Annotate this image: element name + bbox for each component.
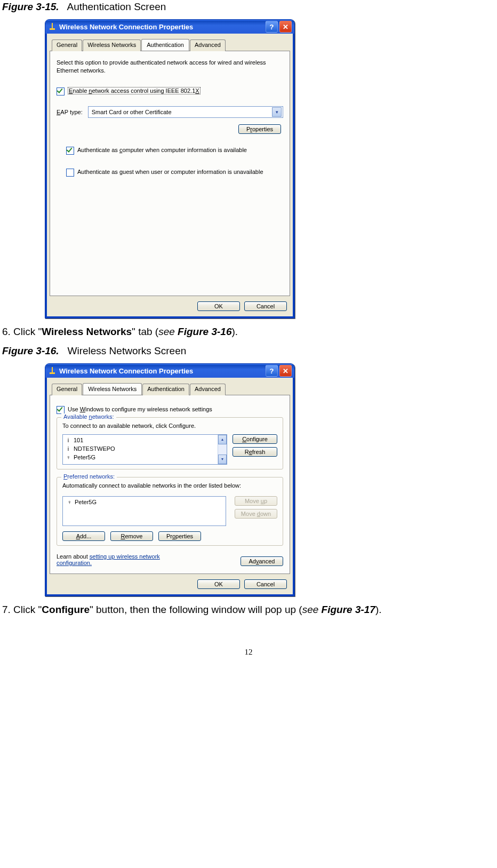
tab-wireless-networks[interactable]: Wireless Networks <box>83 39 141 51</box>
use-windows-label: Use Windows to configure my wireless net… <box>68 406 212 412</box>
close-button[interactable]: ✕ <box>279 365 292 377</box>
scrollbar[interactable]: ▴ ▾ <box>218 435 227 464</box>
tab-wireless-networks[interactable]: Wireless Networks <box>83 383 142 395</box>
available-networks-legend: Available networks: <box>61 413 116 420</box>
auth-as-computer-label: Authenticate as computer when computer i… <box>77 147 247 153</box>
ok-button[interactable]: OK <box>197 301 240 311</box>
eap-type-label: EAP type: <box>57 109 83 115</box>
remove-button[interactable]: Remove <box>110 531 153 541</box>
properties-button[interactable]: Properties <box>238 124 281 134</box>
eap-type-select[interactable]: Smart Card or other Certificate ▾ <box>88 106 283 118</box>
figure-title: Authentication Screen <box>67 1 166 12</box>
window-title: Wireless Network Connection Properties <box>59 23 193 31</box>
chevron-down-icon: ▾ <box>272 107 282 117</box>
auth-dialog-window: Wireless Network Connection Properties ?… <box>45 19 295 318</box>
tab-strip: General Wireless Networks Authentication… <box>52 383 290 395</box>
add-button[interactable]: Add... <box>62 531 105 541</box>
tab-general[interactable]: General <box>52 39 82 51</box>
auth-description: Select this option to provide authentica… <box>57 59 283 75</box>
wireless-icon <box>49 367 56 375</box>
authentication-panel: Select this option to provide authentica… <box>50 51 290 296</box>
help-button[interactable]: ? <box>266 21 278 33</box>
figure-3-16-label: Figure 3-16. Wireless Networks Screen <box>2 345 495 357</box>
tab-advanced[interactable]: Advanced <box>190 384 226 395</box>
wireless-networks-panel: Use Windows to configure my wireless net… <box>50 395 290 574</box>
tab-strip: General Wireless Networks Authentication… <box>52 39 290 51</box>
window-title: Wireless Network Connection Properties <box>59 367 193 375</box>
enable-8021x-checkbox[interactable] <box>57 87 65 95</box>
move-down-button[interactable]: Move down <box>235 509 277 519</box>
close-button[interactable]: ✕ <box>279 21 292 33</box>
wireless-icon <box>49 23 56 30</box>
list-item: ♀Peter5G <box>64 498 99 506</box>
configure-button[interactable]: Configure <box>233 434 277 444</box>
preferred-desc: Automatically connect to available netwo… <box>62 482 277 490</box>
tab-authentication[interactable]: Authentication <box>142 384 189 395</box>
tab-general[interactable]: General <box>52 384 82 395</box>
step-7-text: 7. Click "Configure" button, then the fo… <box>2 604 495 616</box>
use-windows-checkbox[interactable] <box>57 406 65 414</box>
scroll-up-icon[interactable]: ▴ <box>218 435 227 444</box>
svg-rect-3 <box>50 372 55 374</box>
advanced-button[interactable]: Advanced <box>241 556 283 566</box>
auth-as-guest-checkbox[interactable] <box>66 169 74 177</box>
ok-button[interactable]: OK <box>197 579 240 589</box>
preferred-networks-legend: Preferred networks: <box>61 473 117 480</box>
cancel-button[interactable]: Cancel <box>244 579 287 589</box>
figure-number: Figure 3-16. <box>2 345 59 356</box>
preferred-networks-group: Preferred networks: Automatically connec… <box>57 477 283 546</box>
list-item: ♀Peter5G <box>63 453 218 461</box>
svg-rect-2 <box>52 367 53 372</box>
figure-number: Figure 3-15. <box>2 1 59 12</box>
titlebar[interactable]: Wireless Network Connection Properties ?… <box>45 364 294 378</box>
refresh-button[interactable]: Refresh <box>233 447 277 457</box>
antenna-icon: i <box>65 437 71 443</box>
titlebar[interactable]: Wireless Network Connection Properties ?… <box>45 20 294 34</box>
auth-as-guest-label: Authenticate as guest when user or compu… <box>77 169 263 175</box>
figure-title: Wireless Networks Screen <box>68 345 187 356</box>
available-networks-group: Available networks: To connect to an ava… <box>57 417 283 469</box>
antenna-icon: ♀ <box>66 499 73 505</box>
help-button[interactable]: ? <box>266 365 278 377</box>
available-networks-list[interactable]: i101 iNDTESTWEPO ♀Peter5G ▴ ▾ <box>62 434 227 465</box>
tab-advanced[interactable]: Advanced <box>190 39 226 51</box>
svg-rect-1 <box>50 28 55 30</box>
available-desc: To connect to an available network, clic… <box>62 422 277 430</box>
list-item: i101 <box>63 436 218 444</box>
list-item: iNDTESTWEPO <box>63 444 218 453</box>
learn-about-text: Learn about setting up wireless network … <box>57 553 190 566</box>
cancel-button[interactable]: Cancel <box>244 301 287 311</box>
wireless-networks-dialog-window: Wireless Network Connection Properties ?… <box>45 363 295 596</box>
eap-type-value: Smart Card or other Certificate <box>92 109 172 115</box>
properties-button[interactable]: Properties <box>158 531 201 541</box>
auth-as-computer-checkbox[interactable] <box>66 147 74 155</box>
scroll-down-icon[interactable]: ▾ <box>218 455 227 464</box>
figure-3-15-label: Figure 3-15. Authentication Screen <box>2 1 495 13</box>
step-6-text: 6. Click "Wireless Networks" tab (see Fi… <box>2 326 495 338</box>
antenna-icon: ♀ <box>65 454 71 460</box>
preferred-networks-list[interactable]: ♀Peter5G <box>62 496 226 526</box>
tab-authentication[interactable]: Authentication <box>141 39 189 51</box>
page-number: 12 <box>2 648 495 657</box>
antenna-icon: i <box>65 445 71 452</box>
move-up-button[interactable]: Move up <box>235 496 277 506</box>
svg-rect-0 <box>52 23 53 28</box>
enable-8021x-label: Enable network access control using IEEE… <box>68 87 201 94</box>
